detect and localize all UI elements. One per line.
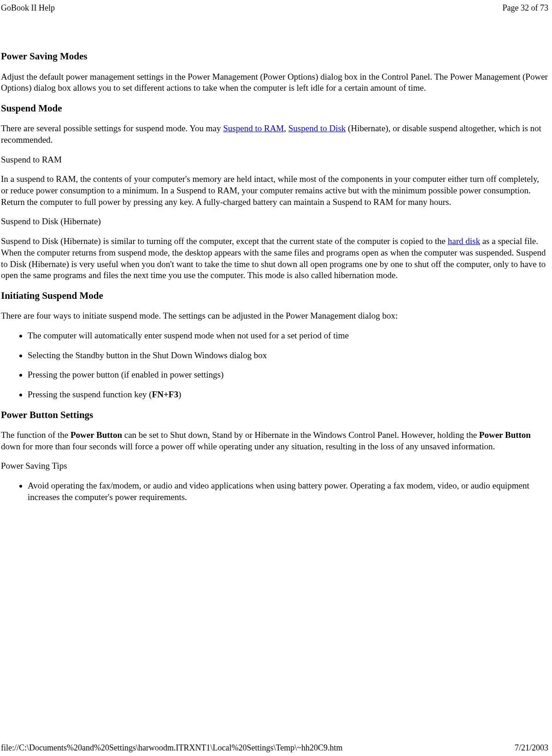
para-power-saving-modes: Adjust the default power management sett…	[1, 71, 548, 94]
para-suspend-to-disk: Suspend to Disk (Hibernate) is similar t…	[1, 236, 548, 281]
list-initiating-suspend: The computer will automatically enter su…	[1, 330, 548, 401]
footer-path: file://C:\Documents%20and%20Settings\har…	[1, 743, 342, 753]
subheading-suspend-to-ram: Suspend to RAM	[1, 154, 548, 166]
list-item: Selecting the Standby button in the Shut…	[28, 350, 548, 361]
document-content: Power Saving Modes Adjust the default po…	[0, 13, 552, 503]
list-item: The computer will automatically enter su…	[28, 330, 548, 342]
para-suspend-mode: There are several possible settings for …	[1, 123, 548, 145]
list-item: Pressing the suspend function key (FN+F3…	[28, 389, 548, 401]
heading-initiating-suspend: Initiating Suspend Mode	[1, 290, 548, 302]
heading-suspend-mode: Suspend Mode	[1, 102, 548, 115]
list-item: Avoid operating the fax/modem, or audio …	[28, 480, 548, 503]
para-suspend-to-ram: In a suspend to RAM, the contents of you…	[1, 174, 548, 208]
para-power-button-settings: The function of the Power Button can be …	[1, 430, 548, 452]
list-power-saving-tips: Avoid operating the fax/modem, or audio …	[1, 480, 548, 503]
heading-power-button-settings: Power Button Settings	[1, 409, 548, 421]
subheading-power-saving-tips: Power Saving Tips	[1, 460, 548, 472]
heading-power-saving-modes: Power Saving Modes	[1, 50, 548, 63]
link-hard-disk[interactable]: hard disk	[448, 236, 480, 246]
link-suspend-to-ram[interactable]: Suspend to RAM	[223, 123, 284, 133]
footer-date: 7/21/2003	[515, 743, 548, 753]
header-page-info: Page 32 of 73	[503, 3, 548, 13]
subheading-suspend-to-disk: Suspend to Disk (Hibernate)	[1, 216, 548, 227]
page-header: GoBook II Help Page 32 of 73	[0, 0, 552, 13]
link-suspend-to-disk[interactable]: Suspend to Disk	[288, 123, 346, 133]
list-item: Pressing the power button (if enabled in…	[28, 369, 548, 381]
para-initiating-suspend: There are four ways to initiate suspend …	[1, 310, 548, 322]
page-footer: file://C:\Documents%20and%20Settings\har…	[1, 743, 548, 753]
header-title: GoBook II Help	[1, 3, 55, 13]
